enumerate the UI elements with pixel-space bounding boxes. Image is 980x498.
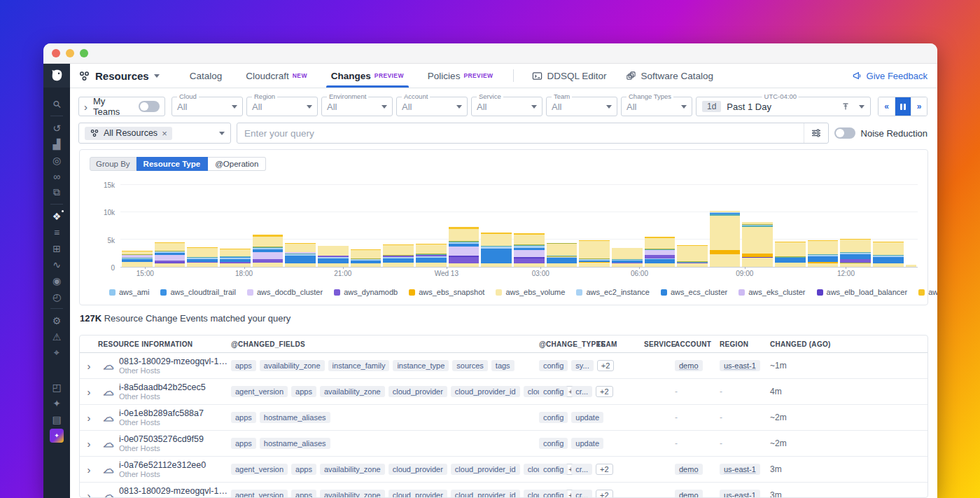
pin-timeframe-icon[interactable] xyxy=(841,102,850,111)
search-icon[interactable]: ⚲ xyxy=(43,89,72,119)
bits-ai-icon[interactable]: ✦ xyxy=(50,429,64,443)
changed-field-chip[interactable]: availability_zone xyxy=(320,490,385,498)
group-by-operation[interactable]: @Operation xyxy=(208,157,266,171)
changed-field-chip[interactable]: apps xyxy=(291,386,316,397)
legend-item-aws_ami[interactable]: aws_ami xyxy=(109,288,149,296)
legend-item-aws_dynamodb[interactable]: aws_dynamodb xyxy=(334,288,398,296)
changed-field-chip[interactable]: cloud_provider xyxy=(388,490,447,498)
changed-field-chip[interactable]: instance_type xyxy=(393,360,449,371)
software-icon[interactable]: ⊞ xyxy=(43,240,70,256)
change-type-chip[interactable]: config xyxy=(539,464,568,475)
filter-dropdown-cloud[interactable]: CloudAll xyxy=(172,97,243,116)
more-types-button[interactable]: +2 xyxy=(596,386,613,397)
change-type-chip[interactable]: cr... xyxy=(571,464,592,475)
changed-field-chip[interactable]: apps xyxy=(231,360,256,371)
remove-scope-icon[interactable]: × xyxy=(162,128,167,139)
binoculars-icon[interactable]: ∞ xyxy=(43,168,70,184)
actions-icon[interactable]: ✦ xyxy=(43,395,70,411)
scope-chip[interactable]: All Resources × xyxy=(85,127,172,140)
resource-name[interactable]: i-0a76e52112e312ee0 xyxy=(119,460,231,470)
more-types-button[interactable]: +2 xyxy=(596,490,613,498)
more-types-button[interactable]: +2 xyxy=(596,464,613,475)
change-type-chip[interactable]: cr... xyxy=(571,386,592,397)
query-options-sliders-icon[interactable] xyxy=(804,123,828,143)
change-type-chip[interactable]: config xyxy=(539,386,568,397)
tab-changes[interactable]: ChangesPREVIEW xyxy=(319,64,416,88)
schedule-icon[interactable]: ◴ xyxy=(43,289,70,305)
rewind-button[interactable]: « xyxy=(878,97,895,116)
row-expander-icon[interactable]: › xyxy=(80,412,98,424)
changed-field-chip[interactable]: hostname_aliases xyxy=(260,438,330,449)
security-config-icon[interactable]: ⚙ xyxy=(43,312,70,328)
tab-catalog[interactable]: Catalog xyxy=(178,64,234,88)
changed-field-chip[interactable]: availability_zone xyxy=(260,360,325,371)
filter-dropdown-environment[interactable]: EnvironmentAll xyxy=(321,97,393,116)
datadog-logo-icon[interactable] xyxy=(43,64,70,88)
changed-field-chip[interactable]: apps xyxy=(291,490,316,498)
more-types-button[interactable]: +2 xyxy=(597,360,615,371)
connections-icon[interactable]: ∿ xyxy=(43,256,70,272)
time-range-shortcut[interactable]: 1d xyxy=(702,101,721,112)
region-chip[interactable]: us-east-1 xyxy=(720,490,760,498)
changed-field-chip[interactable]: availability_zone xyxy=(320,386,385,397)
account-chip[interactable]: demo xyxy=(675,360,703,371)
traces-icon[interactable]: ≡ xyxy=(43,224,70,240)
changed-field-chip[interactable]: hostname_aliases xyxy=(260,412,330,423)
minimize-window-button[interactable] xyxy=(66,49,74,57)
change-type-chip[interactable]: config xyxy=(539,438,568,449)
legend-item-aws_ebs_volume[interactable]: aws_ebs_volume xyxy=(496,288,565,296)
change-type-chip[interactable]: update xyxy=(571,412,603,423)
integrations-icon[interactable]: ◰ xyxy=(43,379,70,395)
watchdog-icon[interactable]: ◎ xyxy=(43,152,70,168)
changed-field-chip[interactable]: cloud_provider_id xyxy=(451,464,520,475)
resource-scope-select[interactable]: All Resources × xyxy=(78,123,231,144)
legend-item-aws_docdb_cluster[interactable]: aws_docdb_cluster xyxy=(247,288,323,296)
give-feedback-link[interactable]: Give Feedback xyxy=(852,71,927,81)
product-switcher[interactable]: Resources xyxy=(78,70,160,82)
changed-field-chip[interactable]: availability_zone xyxy=(320,464,385,475)
change-type-chip[interactable]: config xyxy=(539,490,568,498)
row-expander-icon[interactable]: › xyxy=(80,490,98,498)
tab-cloudcraft[interactable]: CloudcraftNEW xyxy=(234,64,319,88)
tab-policies[interactable]: PoliciesPREVIEW xyxy=(416,64,505,88)
legend-item-aws_elb_load_balancer[interactable]: aws_elb_load_balancer xyxy=(817,288,908,296)
changed-field-chip[interactable]: apps xyxy=(291,464,316,475)
group-by-resource-type[interactable]: Resource Type xyxy=(136,157,209,171)
resources-icon[interactable]: ❖ xyxy=(43,208,70,224)
changed-field-chip[interactable]: agent_version xyxy=(231,464,288,475)
incident-icon[interactable]: ⚠ xyxy=(43,328,70,345)
chart-plot-area[interactable] xyxy=(120,179,918,268)
metrics-icon[interactable]: ▟ xyxy=(43,136,70,152)
nav-tool-software-catalog[interactable]: Software Catalog xyxy=(616,64,723,88)
changed-field-chip[interactable]: apps xyxy=(231,438,256,449)
changed-field-chip[interactable]: sources xyxy=(452,360,488,371)
changed-field-chip[interactable]: cloud_provider_id xyxy=(451,386,520,397)
noise-reduction-toggle[interactable] xyxy=(834,127,855,139)
nav-tool-ddsql-editor[interactable]: DDSQL Editor xyxy=(522,64,616,88)
legend-item-aws_eni[interactable]: aws_eni xyxy=(918,288,937,296)
row-expander-icon[interactable]: › xyxy=(80,438,98,450)
filter-dropdown-region[interactable]: RegionAll xyxy=(246,97,318,116)
row-expander-icon[interactable]: › xyxy=(80,464,98,476)
changed-field-chip[interactable]: apps xyxy=(231,412,256,423)
account-chip[interactable]: demo xyxy=(675,490,703,498)
region-chip[interactable]: us-east-1 xyxy=(720,360,760,371)
changed-field-chip[interactable]: instance_family xyxy=(328,360,390,371)
resource-name[interactable]: 0813-180029-mzeogqvl-10-... xyxy=(119,357,231,366)
region-chip[interactable]: us-east-1 xyxy=(720,464,760,475)
changed-field-chip[interactable]: agent_version xyxy=(231,490,288,498)
filter-dropdown-account[interactable]: AccountAll xyxy=(396,97,468,116)
account-chip[interactable]: demo xyxy=(675,464,703,475)
close-window-button[interactable] xyxy=(52,49,60,57)
changed-field-chip[interactable]: cloud_provider xyxy=(388,464,447,475)
my-teams-filter[interactable]: › My Teams xyxy=(78,97,165,116)
catalog-layers-icon[interactable]: ⧉ xyxy=(43,184,70,200)
changed-field-chip[interactable]: tags xyxy=(491,360,514,371)
my-teams-toggle[interactable] xyxy=(139,101,160,112)
filter-dropdown-service[interactable]: ServiceAll xyxy=(471,97,542,116)
history-icon[interactable]: ↺ xyxy=(43,120,70,136)
filter-dropdown-change-types[interactable]: Change TypesAll xyxy=(621,97,692,116)
workspaces-icon[interactable]: ▤ xyxy=(43,411,70,427)
time-range-picker[interactable]: UTC-04:00 1d Past 1 Day xyxy=(696,97,871,116)
query-input[interactable] xyxy=(237,128,804,139)
